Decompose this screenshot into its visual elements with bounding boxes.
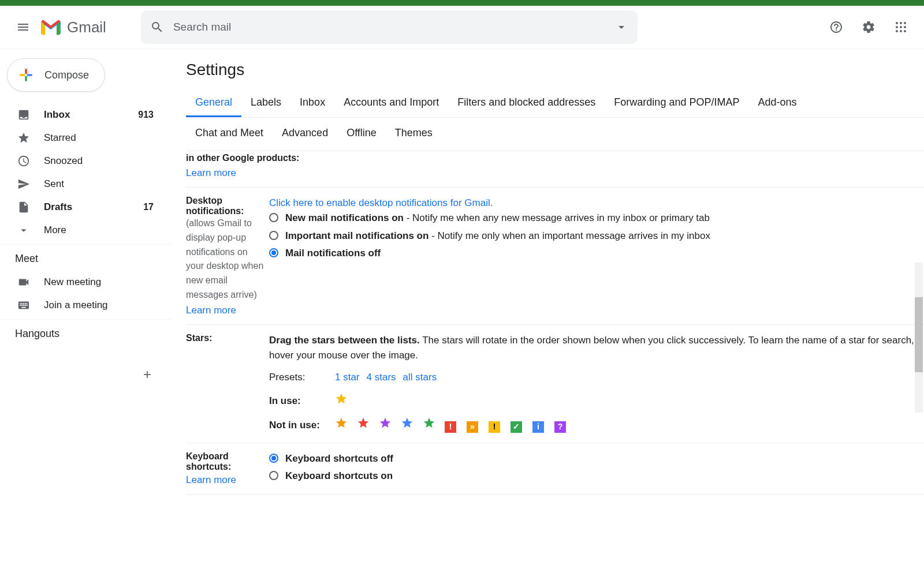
enable-notifications-link[interactable]: Click here to enable desktop notificatio…: [269, 196, 924, 211]
svg-point-8: [904, 30, 906, 32]
settings-tabs-row2: Chat and MeetAdvancedOfflineThemes: [186, 118, 924, 151]
radio-button[interactable]: [269, 248, 278, 257]
sidebar-item-label: Join a meeting: [44, 300, 154, 311]
keyboard-shortcuts-row: Keyboard shortcuts: Learn more Keyboard …: [186, 443, 924, 495]
star-icon[interactable]: [379, 417, 392, 429]
tab-inbox[interactable]: Inbox: [290, 91, 334, 117]
apps-button[interactable]: [887, 13, 915, 41]
hangouts-section-title: Hangouts: [0, 319, 172, 346]
radio-button[interactable]: [269, 471, 278, 480]
star-icon[interactable]: [335, 417, 348, 429]
settings-tabs: GeneralLabelsInboxAccounts and ImportFil…: [186, 91, 924, 118]
sidebar-item-snoozed[interactable]: Snoozed: [0, 149, 165, 173]
header-right: [822, 13, 915, 41]
help-icon: [829, 20, 843, 34]
svg-point-2: [904, 22, 906, 24]
desktop-notification-option: New mail notifications on - Notify me wh…: [269, 211, 924, 226]
radio-label: Keyboard shortcuts on: [285, 469, 393, 484]
tab-accounts-and-import[interactable]: Accounts and Import: [334, 91, 448, 117]
sidebar-item-starred[interactable]: Starred: [0, 126, 165, 149]
tab-labels[interactable]: Labels: [241, 91, 290, 117]
radio-button[interactable]: [269, 213, 278, 222]
star-preset-link[interactable]: all stars: [403, 372, 437, 383]
star-badge-icon[interactable]: !: [489, 421, 500, 433]
svg-point-0: [896, 22, 898, 24]
tab-chat-and-meet[interactable]: Chat and Meet: [186, 121, 273, 146]
page-title: Settings: [186, 61, 924, 79]
star-preset-link[interactable]: 1 star: [335, 372, 360, 383]
sidebar-item-join-meeting[interactable]: Join a meeting: [0, 294, 165, 317]
logo-area[interactable]: Gmail: [39, 16, 106, 39]
apps-grid-icon: [894, 20, 908, 34]
setting-label-col: Stars:: [186, 333, 269, 435]
support-button[interactable]: [822, 13, 850, 41]
svg-point-6: [896, 30, 898, 32]
settings-body: in other Google products: Learn more Des…: [186, 151, 924, 584]
scrollbar-thumb[interactable]: [915, 297, 923, 372]
radio-button[interactable]: [269, 231, 278, 240]
tab-general[interactable]: General: [186, 91, 241, 117]
setting-label-col: Keyboard shortcuts: Learn more: [186, 451, 269, 486]
hangouts-new-button[interactable]: +: [0, 366, 172, 383]
star-icon[interactable]: [357, 417, 370, 429]
learn-more-link[interactable]: Learn more: [186, 167, 236, 179]
compose-button[interactable]: Compose: [7, 58, 105, 92]
learn-more-link[interactable]: Learn more: [186, 305, 236, 316]
sidebar-item-more[interactable]: More: [0, 219, 165, 242]
inbox-icon: [17, 108, 30, 121]
tab-filters-and-blocked-addresses[interactable]: Filters and blocked addresses: [448, 91, 605, 117]
star-badge-icon[interactable]: ?: [554, 421, 566, 433]
video-icon: [17, 276, 30, 289]
sidebar-item-drafts[interactable]: Drafts 17: [0, 196, 165, 219]
sidebar-item-count: 17: [143, 202, 154, 212]
search-options-dropdown-icon[interactable]: [614, 20, 628, 34]
learn-more-link[interactable]: Learn more: [186, 474, 236, 486]
not-in-use-label: Not in use:: [269, 418, 330, 433]
search-input[interactable]: [173, 21, 614, 33]
tab-advanced[interactable]: Advanced: [273, 121, 337, 146]
sidebar-item-sent[interactable]: Sent: [0, 173, 165, 196]
star-icon[interactable]: [401, 417, 413, 429]
search-container[interactable]: [141, 10, 638, 44]
tab-forwarding-and-pop-imap[interactable]: Forwarding and POP/IMAP: [605, 91, 748, 117]
main: Compose Inbox 913 Starred Snoozed Sent D…: [0, 48, 924, 584]
radio-label: Mail notifications off: [285, 246, 381, 261]
stars-presets-row: Presets: 1 star4 starsall stars: [269, 370, 924, 385]
settings-button[interactable]: [855, 13, 882, 41]
tab-offline[interactable]: Offline: [337, 121, 386, 146]
svg-point-1: [900, 22, 902, 24]
keyboard-shortcut-option: Keyboard shortcuts off: [269, 451, 924, 466]
sidebar: Compose Inbox 913 Starred Snoozed Sent D…: [0, 49, 172, 584]
radio-button[interactable]: [269, 454, 278, 463]
header: Gmail: [0, 6, 924, 48]
setting-label: Desktop notifications:: [186, 196, 264, 216]
main-menu-button[interactable]: [9, 13, 37, 41]
star-icon[interactable]: [335, 392, 348, 405]
stars-intro-bold: Drag the stars between the lists.: [269, 335, 420, 346]
svg-point-4: [900, 26, 902, 28]
sidebar-item-new-meeting[interactable]: New meeting: [0, 271, 165, 294]
setting-label: Stars:: [186, 333, 264, 343]
star-badge-icon[interactable]: ✓: [511, 421, 522, 433]
keyboard-icon: [17, 299, 30, 312]
star-preset-link[interactable]: 4 stars: [367, 372, 396, 383]
star-badge-icon[interactable]: »: [467, 421, 478, 433]
compose-label: Compose: [44, 69, 89, 81]
sidebar-item-inbox[interactable]: Inbox 913: [0, 103, 165, 126]
setting-label: Keyboard shortcuts:: [186, 451, 264, 472]
tab-add-ons[interactable]: Add-ons: [748, 91, 806, 117]
sidebar-item-label: Inbox: [44, 109, 138, 121]
browser-top-bar: [0, 0, 924, 6]
star-badge-icon[interactable]: !: [445, 421, 456, 433]
keyboard-shortcut-option: Keyboard shortcuts on: [269, 469, 924, 484]
sidebar-item-label: Snoozed: [44, 155, 154, 167]
setting-label-col: Desktop notifications: (allows Gmail to …: [186, 196, 269, 316]
star-icon[interactable]: [423, 417, 435, 429]
scrollbar[interactable]: [915, 263, 923, 413]
setting-content: Drag the stars between the lists. The st…: [269, 333, 924, 435]
plus-icon: [17, 66, 35, 84]
star-badge-icon[interactable]: i: [532, 421, 544, 433]
setting-content: Keyboard shortcuts offKeyboard shortcuts…: [269, 451, 924, 486]
send-icon: [17, 178, 30, 190]
tab-themes[interactable]: Themes: [386, 121, 442, 146]
